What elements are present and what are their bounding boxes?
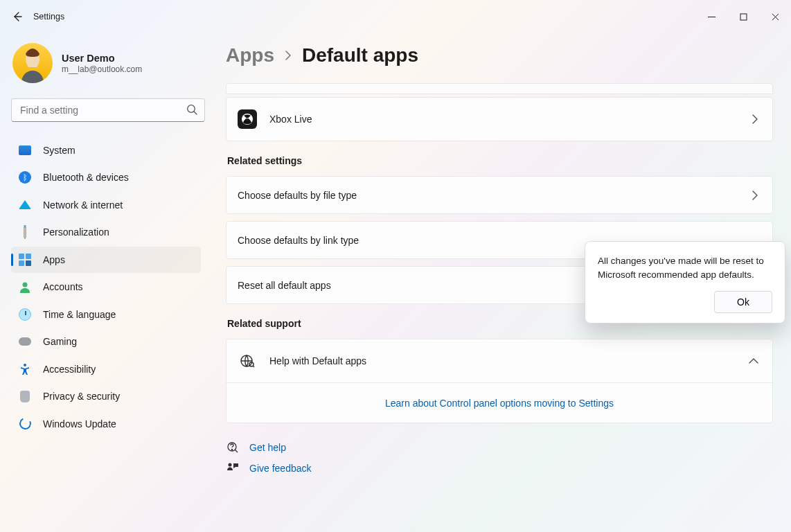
titlebar: Settings (0, 0, 791, 33)
user-name: User Demo (62, 53, 142, 64)
reset-confirmation-flyout: All changes you've made will be reset to… (585, 241, 785, 323)
breadcrumb-current: Default apps (302, 44, 418, 66)
help-icon (226, 441, 240, 454)
app-row-xbox[interactable]: Xbox Live (226, 97, 773, 141)
learn-link[interactable]: Learn about Control panel options moving… (385, 398, 614, 409)
accessibility-icon (18, 362, 32, 376)
maximize-button[interactable] (727, 6, 759, 28)
give-feedback-link[interactable]: Give feedback (249, 463, 312, 474)
nav-network[interactable]: Network & internet (11, 192, 201, 218)
breadcrumb-parent[interactable]: Apps (226, 44, 274, 66)
apps-icon (18, 253, 32, 267)
section-related-settings: Related settings (227, 155, 773, 166)
nav-accessibility[interactable]: Accessibility (11, 356, 201, 382)
wifi-icon (18, 198, 32, 212)
row-label: Reset all default apps (238, 280, 331, 291)
nav-privacy[interactable]: Privacy & security (11, 384, 201, 410)
nav-update[interactable]: Windows Update (11, 411, 201, 437)
nav-label: Apps (43, 254, 65, 265)
nav-time[interactable]: Time & language (11, 301, 201, 328)
search-icon (186, 104, 198, 116)
svg-rect-0 (740, 14, 747, 20)
update-icon (18, 417, 32, 431)
avatar (12, 43, 53, 83)
chevron-right-icon (284, 51, 292, 60)
nav-apps[interactable]: Apps (11, 247, 201, 273)
user-block[interactable]: User Demo m__lab@outlook.com (11, 43, 201, 83)
row-defaults-by-file-type[interactable]: Choose defaults by file type (226, 176, 773, 214)
breadcrumb: Apps Default apps (226, 43, 773, 66)
row-label: Help with Default apps (269, 355, 366, 366)
bluetooth-icon: ᛒ (18, 170, 32, 184)
get-help-link[interactable]: Get help (249, 442, 286, 453)
display-icon (18, 143, 32, 157)
user-email: m__lab@outlook.com (62, 64, 142, 74)
main-content: Apps Default apps Xbox Live Related sett… (208, 33, 791, 532)
nav-label: Accessibility (43, 364, 96, 375)
feedback-icon (226, 461, 240, 475)
back-button[interactable] (4, 3, 30, 30)
nav-accounts[interactable]: Accounts (11, 274, 201, 301)
nav-list: System ᛒBluetooth & devices Network & in… (11, 137, 201, 437)
svg-rect-2 (19, 254, 24, 259)
brush-icon (15, 222, 35, 242)
sidebar: User Demo m__lab@outlook.com System ᛒBlu… (0, 33, 208, 532)
row-label: Choose defaults by file type (238, 190, 357, 201)
svg-point-6 (23, 283, 28, 287)
svg-rect-4 (19, 260, 24, 266)
help-header-row[interactable]: Help with Default apps (226, 339, 772, 382)
chevron-right-icon (752, 190, 758, 200)
partial-card-above (226, 83, 773, 94)
globe-icon (238, 351, 257, 371)
help-link-row: Learn about Control panel options moving… (226, 382, 772, 423)
xbox-icon (238, 109, 257, 129)
close-button[interactable] (759, 6, 791, 28)
window-controls (695, 6, 791, 28)
svg-point-7 (24, 364, 26, 366)
shield-icon (18, 389, 32, 403)
window-title: Settings (33, 12, 64, 21)
chevron-up-icon (749, 357, 758, 364)
dialog-text: All changes you've made will be reset to… (598, 254, 772, 281)
nav-label: Privacy & security (43, 391, 120, 402)
search-box[interactable] (11, 98, 205, 122)
nav-gaming[interactable]: Gaming (11, 329, 201, 355)
clock-icon (18, 308, 32, 321)
nav-label: Windows Update (43, 418, 116, 429)
svg-point-12 (231, 449, 232, 450)
nav-bluetooth[interactable]: ᛒBluetooth & devices (11, 165, 201, 191)
row-label: Xbox Live (269, 114, 312, 125)
chevron-right-icon (752, 114, 758, 124)
nav-label: Network & internet (43, 200, 123, 211)
nav-system[interactable]: System (11, 137, 201, 163)
nav-label: Time & language (43, 309, 116, 320)
gamepad-icon (18, 335, 32, 348)
nav-label: System (43, 145, 75, 156)
person-icon (18, 280, 32, 294)
footer-links: Get help Give feedback (226, 437, 773, 479)
row-label: Choose defaults by link type (238, 235, 359, 246)
nav-label: Gaming (43, 336, 77, 347)
svg-point-13 (229, 463, 232, 467)
svg-rect-5 (26, 260, 31, 266)
search-input[interactable] (11, 98, 205, 122)
minimize-button[interactable] (695, 6, 727, 28)
nav-label: Personalization (43, 227, 109, 238)
nav-label: Accounts (43, 281, 83, 292)
svg-rect-3 (26, 254, 31, 259)
nav-personalization[interactable]: Personalization (11, 220, 201, 246)
ok-button[interactable]: Ok (714, 291, 772, 313)
help-card: Help with Default apps Learn about Contr… (226, 339, 773, 423)
nav-label: Bluetooth & devices (43, 172, 129, 183)
